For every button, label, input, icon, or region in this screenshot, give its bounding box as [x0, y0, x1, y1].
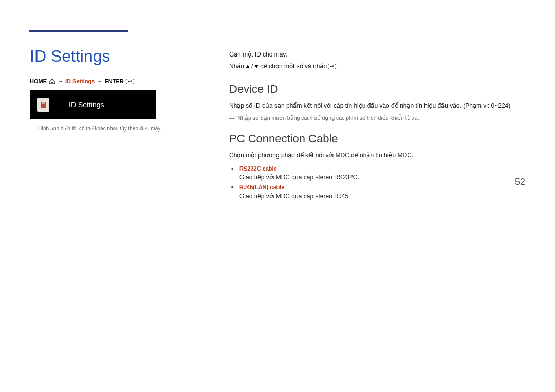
intro-line2: Nhấn / để chọn một số và nhấn .: [229, 62, 525, 71]
device-id-heading: Device ID: [229, 83, 525, 96]
down-triangle-icon: [254, 64, 259, 69]
list-item: • RS232C cable Giao tiếp với MDC qua cáp…: [229, 164, 525, 182]
page-number: 52: [515, 177, 525, 188]
breadcrumb-enter: ENTER: [104, 78, 123, 84]
cable-title-rs232c: RS232C cable: [239, 164, 525, 173]
id-settings-panel: ID Settings: [30, 90, 156, 119]
left-footnote-text: Hình ảnh hiển thị có thể khác nhau tùy t…: [38, 126, 161, 132]
breadcrumb-idsettings: ID Settings: [65, 78, 95, 84]
bullet-dot-icon: •: [229, 164, 235, 182]
id-settings-icon: [37, 98, 49, 112]
header-accent: [29, 30, 128, 32]
cable-list: • RS232C cable Giao tiếp với MDC qua cáp…: [229, 164, 525, 201]
enter-icon-inline: [328, 64, 336, 69]
pc-connection-heading: PC Connection Cable: [229, 132, 525, 145]
cable-desc-rj45: Giao tiếp với MDC qua cáp stereo RJ45.: [239, 192, 525, 201]
breadcrumb-arrow1: →: [58, 78, 63, 84]
panel-label: ID Settings: [69, 101, 104, 109]
cable-title-rj45: RJ45(LAN) cable: [239, 183, 525, 192]
home-icon: [49, 79, 55, 84]
list-item: • RJ45(LAN) cable Giao tiếp với MDC qua …: [229, 183, 525, 201]
enter-icon: [126, 79, 134, 84]
up-triangle-icon: [245, 64, 250, 69]
header-rule: [30, 31, 525, 31]
device-id-note: ― Nhập số bạn muốn bằng cách sử dụng các…: [229, 115, 525, 121]
breadcrumb: HOME → ID Settings → ENTER: [30, 78, 210, 84]
bullet-dot-icon: •: [229, 183, 235, 201]
cable-desc-rs232c: Giao tiếp với MDC qua cáp stereo RS232C.: [239, 173, 525, 182]
breadcrumb-home: HOME: [30, 78, 47, 84]
breadcrumb-arrow2: →: [97, 78, 102, 84]
left-footnote: ― Hình ảnh hiển thị có thể khác nhau tùy…: [30, 126, 210, 132]
page-title: ID Settings: [30, 47, 210, 66]
pc-connection-text: Chọn một phương pháp để kết nối với MDC …: [229, 151, 525, 160]
device-id-text: Nhập số ID của sản phẩm kết nối với cáp …: [229, 101, 525, 111]
intro-line1: Gán một ID cho máy.: [229, 50, 525, 60]
